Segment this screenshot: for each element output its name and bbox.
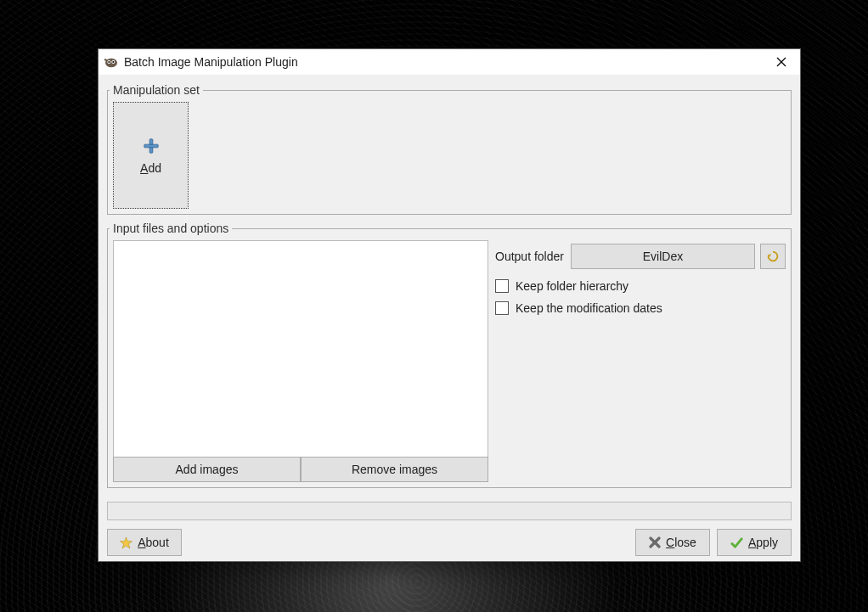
svg-point-4 bbox=[112, 61, 114, 63]
apply-label: Apply bbox=[748, 536, 778, 549]
revert-icon bbox=[766, 250, 780, 263]
close-icon bbox=[776, 57, 786, 67]
input-files-group: Input files and options Add images Remov… bbox=[107, 222, 792, 488]
add-manipulation-button[interactable]: Add bbox=[113, 102, 189, 209]
status-bar bbox=[107, 502, 792, 520]
gimp-icon bbox=[104, 54, 119, 70]
keep-dates-checkbox[interactable]: Keep the modification dates bbox=[495, 301, 786, 315]
window-close-button[interactable] bbox=[763, 49, 800, 75]
checkbox-icon bbox=[495, 301, 509, 315]
input-file-list[interactable] bbox=[113, 240, 488, 457]
input-legend: Input files and options bbox=[110, 222, 232, 235]
cancel-icon bbox=[649, 536, 661, 548]
add-images-button[interactable]: Add images bbox=[113, 457, 301, 482]
dialog-footer: About Close Apply bbox=[107, 520, 792, 556]
manipulation-legend: Manipulation set bbox=[110, 83, 203, 97]
about-label: About bbox=[138, 536, 169, 549]
add-manipulation-label: Add bbox=[140, 161, 161, 175]
output-folder-button[interactable]: EvilDex bbox=[571, 244, 755, 269]
checkbox-icon bbox=[495, 279, 509, 293]
title-bar: Batch Image Manipulation Plugin bbox=[99, 49, 800, 75]
keep-dates-label: Keep the modification dates bbox=[516, 301, 662, 315]
svg-marker-10 bbox=[121, 536, 132, 547]
apply-button[interactable]: Apply bbox=[717, 529, 792, 556]
plus-icon bbox=[142, 137, 161, 158]
input-left-column: Add images Remove images bbox=[113, 240, 488, 482]
output-folder-label: Output folder bbox=[495, 250, 564, 263]
close-label: Close bbox=[666, 536, 696, 549]
check-icon bbox=[730, 536, 743, 549]
remove-images-button[interactable]: Remove images bbox=[301, 457, 488, 482]
keep-hierarchy-checkbox[interactable]: Keep folder hierarchy bbox=[495, 279, 786, 293]
star-icon bbox=[120, 536, 132, 549]
reset-output-button[interactable] bbox=[760, 244, 786, 269]
dialog-body: Manipulation set Add Input files and opt… bbox=[99, 75, 800, 561]
input-right-column: Output folder EvilDex Keep folder hierar… bbox=[495, 240, 786, 482]
about-button[interactable]: About bbox=[107, 529, 182, 556]
svg-rect-8 bbox=[144, 144, 158, 148]
dialog-window: Batch Image Manipulation Plugin Manipula… bbox=[98, 48, 801, 562]
close-button[interactable]: Close bbox=[635, 529, 710, 556]
svg-point-3 bbox=[108, 61, 110, 63]
keep-hierarchy-label: Keep folder hierarchy bbox=[516, 279, 628, 293]
window-title: Batch Image Manipulation Plugin bbox=[124, 55, 763, 69]
manipulation-set-group: Manipulation set Add bbox=[107, 83, 792, 215]
